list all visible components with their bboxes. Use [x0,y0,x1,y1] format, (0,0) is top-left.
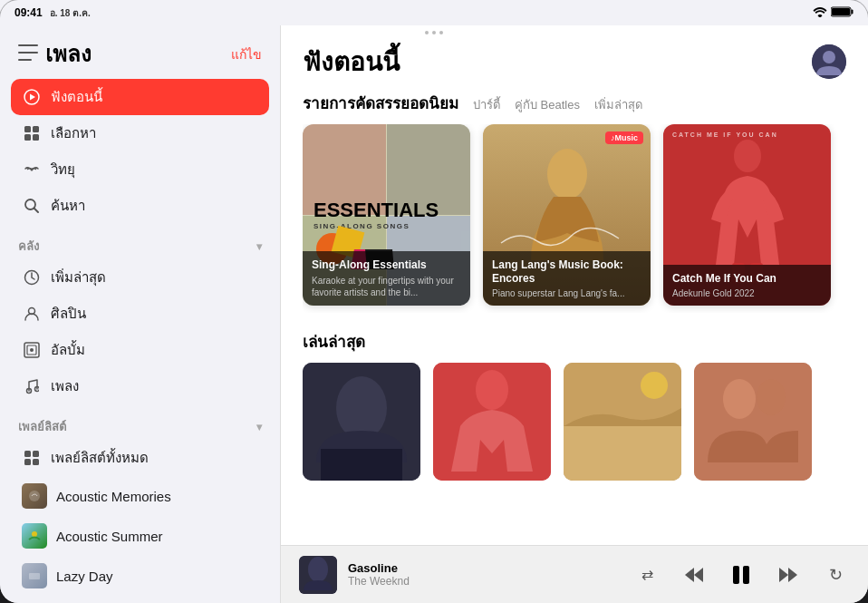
featured-link-3[interactable]: เพิ่มล่าสุด [594,95,642,114]
sidebar-item-label: อัลบั้ม [51,339,85,361]
songs-icon [22,376,42,396]
svg-rect-22 [24,451,31,457]
sidebar-item-acoustic-memories[interactable]: Acoustic Memories [11,476,269,516]
sidebar-item-label: Acoustic Memories [56,489,171,504]
apple-music-badge: ♪Music [605,131,643,144]
essentials-title-text: ESSENTIALS [313,200,459,220]
recent-card-gasoline[interactable] [303,363,420,481]
featured-section-title: รายการคัดสรรยอดนิยม [303,91,458,115]
content-scroll: รายการคัดสรรยอดนิยม ปาร์ตี้ คู่กับ Beatl… [281,91,868,545]
sidebar-item-label: เพลง [51,375,79,397]
card-catch-me-title: Catch Me If You Can [672,272,822,287]
recent-card-couple[interactable] [694,363,812,481]
pause-button[interactable] [727,560,756,589]
sidebar-item-artists[interactable]: ศิลปิน [11,296,269,332]
recent-card-catch-me[interactable] [433,363,551,481]
sidebar-item-label: ศิลปิน [51,303,86,325]
top-dots [425,31,443,34]
sidebar-toggle-icon[interactable] [18,44,38,64]
library-chevron-icon: ▾ [256,240,262,253]
svg-point-47 [723,379,756,419]
sidebar-item-acoustic-summer[interactable]: Acoustic Summer [11,516,269,556]
card-sing-along[interactable]: ESSENTIALS SING-ALONG SONGS [303,124,470,306]
sidebar-item-label: ฟังตอนนี้ [51,86,102,108]
svg-marker-55 [779,568,788,582]
svg-point-19 [30,348,34,352]
svg-marker-56 [788,568,797,582]
sidebar-add-playlist[interactable]: เพลย์ลิสต์ใหม่ [11,596,269,603]
svg-point-33 [823,51,835,63]
card-sing-along-title: Sing-Along Essentials [312,258,461,273]
svg-rect-46 [694,363,812,481]
svg-point-45 [641,372,668,399]
card-lang-lang-title: Lang Lang's Music Book: Encores [492,258,641,287]
svg-rect-3 [18,44,38,46]
rewind-button[interactable] [680,560,709,589]
featured-link-2[interactable]: คู่กับ Beatles [515,95,580,114]
now-playing-thumb [299,556,337,594]
sidebar-item-recently-added[interactable]: เพิ่มล่าสุด [11,259,269,296]
playlist-section-label[interactable]: เพลย์ลิสต์ ▾ [11,404,269,440]
player-controls: ⇄ [632,560,850,589]
featured-cards-row: ESSENTIALS SING-ALONG SONGS [303,124,846,313]
sidebar-item-lazy-day[interactable]: Lazy Day [11,556,269,596]
svg-marker-52 [685,568,694,582]
featured-link-1[interactable]: ปาร์ตี้ [473,95,500,114]
search-icon [22,196,42,216]
main-content: ฟังตอนนี้ รายการคัดสรรยอดนิยม ปาร์ตี้ คู… [281,25,868,603]
recently-section-header: เล่นล่าสุด [303,329,846,354]
page-title: ฟังตอนนี้ [303,42,400,82]
sidebar-item-albums[interactable]: อัลบั้ม [11,332,269,368]
acoustic-memories-thumb [22,483,47,509]
shuffle-button[interactable]: ⇄ [632,560,661,589]
svg-rect-23 [33,451,39,457]
now-playing-artist: The Weeknd [348,575,622,588]
now-playing-title: Gasoline [348,561,622,575]
sidebar-item-label: Lazy Day [56,569,113,584]
sidebar-item-songs[interactable]: เพลง [11,368,269,404]
library-section-label[interactable]: คลัง ▾ [11,224,269,259]
recent-card-desert[interactable] [564,363,681,481]
fast-forward-button[interactable] [774,560,803,589]
sidebar-item-listen-now[interactable]: ฟังตอนนี้ [11,79,269,115]
sidebar-item-label: เพิ่มล่าสุด [51,267,106,288]
status-time: 09:41 [14,6,43,19]
sidebar-title: เพลง [45,36,92,72]
svg-point-27 [32,531,37,537]
sidebar-item-radio[interactable]: วิทยุ [11,151,269,188]
featured-section: รายการคัดสรรยอดนิยม ปาร์ตี้ คู่กับ Beatl… [303,91,846,313]
sidebar-edit-button[interactable]: แก้ไข [231,44,262,64]
svg-point-50 [308,557,328,582]
sidebar-scroll: ฟังตอนนี้ เลือกหา [0,79,280,603]
featured-section-header: รายการคัดสรรยอดนิยม ปาร์ตี้ คู่กับ Beatl… [303,91,846,115]
svg-marker-7 [30,94,35,101]
battery-icon [831,6,854,20]
repeat-button[interactable]: ↻ [821,560,850,589]
albums-icon [22,340,42,360]
card-lang-lang[interactable]: ♪Music [483,124,651,306]
recent-cards-row [303,363,846,481]
lazy-day-thumb [22,563,47,588]
status-bar: 09:41 อ. 18 ต.ค. [0,0,868,25]
sidebar-item-search[interactable]: ค้นหา [11,188,269,224]
artists-icon [22,304,42,324]
svg-point-48 [757,379,786,415]
user-avatar[interactable] [812,44,846,79]
sidebar-item-all-playlists[interactable]: เพลย์ลิสต์ทั้งหมด [11,440,269,476]
svg-marker-51 [694,568,703,582]
svg-rect-1 [852,9,854,14]
catch-me-top-text: CATCH ME IF YOU CAN [672,131,778,138]
listen-now-icon [22,87,42,107]
radio-icon [22,160,42,180]
svg-point-34 [547,149,587,199]
sidebar-item-label: Acoustic Summer [56,529,163,544]
content-header: ฟังตอนนี้ [281,25,868,91]
sidebar-item-browse[interactable]: เลือกหา [11,115,269,151]
svg-rect-40 [321,449,402,481]
svg-rect-25 [33,459,39,465]
card-sing-along-subtitle: Karaoke at your fingertips with your fav… [312,275,461,298]
acoustic-summer-thumb [22,523,47,549]
recently-played-section: เล่นล่าสุด [303,329,846,481]
playlist-chevron-icon: ▾ [256,421,262,433]
card-catch-me[interactable]: CATCH ME IF YOU CAN Catch Me If You Can … [663,124,831,306]
